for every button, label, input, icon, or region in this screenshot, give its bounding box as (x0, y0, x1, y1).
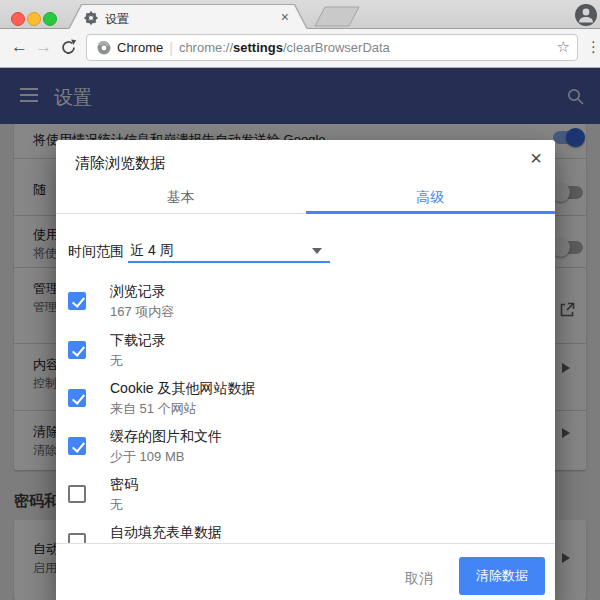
tab-title: 设置 (105, 11, 129, 28)
list-item: 自动填充表单数据 (56, 521, 555, 543)
list-item: 下载记录 无 (56, 329, 555, 377)
list-item: 缓存的图片和文件 少于 109 MB (56, 425, 555, 473)
tab-close-icon[interactable]: × (281, 9, 289, 25)
item-sublabel: 167 项内容 (110, 303, 174, 321)
list-item: 浏览记录 167 项内容 (56, 280, 555, 328)
chevron-down-icon (312, 248, 322, 254)
browser-menu-icon[interactable]: ⋮ (586, 38, 600, 56)
clear-data-button[interactable]: 清除数据 (459, 557, 545, 595)
back-icon[interactable]: ← (11, 38, 28, 55)
item-label: 浏览记录 (110, 283, 166, 301)
item-label: 缓存的图片和文件 (110, 428, 222, 446)
time-range-label: 时间范围 (68, 243, 124, 261)
dialog-close-icon[interactable]: × (530, 148, 542, 168)
checkbox[interactable] (68, 292, 86, 310)
dialog-tabs: 基本 高级 (56, 183, 555, 214)
secure-origin-label: Chrome (117, 40, 163, 55)
dialog-footer: 取消 清除数据 (56, 543, 555, 600)
clear-browsing-data-dialog: 清除浏览数据 × 基本 高级 时间范围 近 4 周 浏览记录 167 项内容 下… (56, 140, 555, 600)
gear-icon (84, 11, 98, 25)
item-sublabel: 无 (110, 352, 123, 370)
dialog-title: 清除浏览数据 (75, 154, 165, 173)
cancel-button[interactable]: 取消 (405, 570, 433, 588)
item-sublabel: 无 (110, 496, 123, 514)
time-range-value: 近 4 周 (130, 242, 174, 260)
list-item: 密码 无 (56, 473, 555, 521)
new-tab-button[interactable] (314, 6, 360, 27)
data-type-list: 浏览记录 167 项内容 下载记录 无 Cookie 及其他网站数据 来自 51… (56, 276, 555, 543)
url-text[interactable]: chrome://settings/clearBrowserData (179, 40, 390, 55)
checkbox[interactable] (68, 389, 86, 407)
chrome-logo-icon (97, 41, 111, 55)
minimize-window-button[interactable] (27, 12, 41, 26)
bookmark-star-icon[interactable]: ☆ (557, 38, 570, 56)
time-range-select[interactable]: 近 4 周 (128, 238, 330, 263)
item-sublabel: 少于 109 MB (110, 448, 184, 466)
omnibox[interactable]: Chrome | chrome://settings/clearBrowserD… (86, 34, 578, 61)
item-sublabel: 来自 51 个网站 (110, 400, 197, 418)
checkbox[interactable] (68, 341, 86, 359)
checkbox[interactable] (68, 533, 86, 543)
forward-icon: → (35, 38, 52, 55)
tab-advanced[interactable]: 高级 (306, 183, 556, 214)
browser-tab[interactable]: 设置 × (68, 4, 308, 29)
omnibox-separator: | (169, 40, 173, 56)
reload-icon[interactable] (60, 39, 77, 56)
item-label: Cookie 及其他网站数据 (110, 380, 255, 398)
checkbox[interactable] (68, 437, 86, 455)
tab-basic[interactable]: 基本 (56, 183, 306, 214)
zoom-window-button[interactable] (43, 12, 57, 26)
close-window-button[interactable] (11, 12, 25, 26)
item-label: 密码 (110, 476, 138, 494)
item-label: 自动填充表单数据 (110, 524, 222, 542)
titlebar: 设置 × (0, 0, 600, 29)
checkbox[interactable] (68, 485, 86, 503)
item-label: 下载记录 (110, 332, 166, 350)
list-item: Cookie 及其他网站数据 来自 51 个网站 (56, 377, 555, 425)
profile-avatar-icon[interactable] (575, 4, 597, 26)
browser-toolbar: ← → Chrome | chrome://settings/clearBrow… (0, 29, 600, 68)
